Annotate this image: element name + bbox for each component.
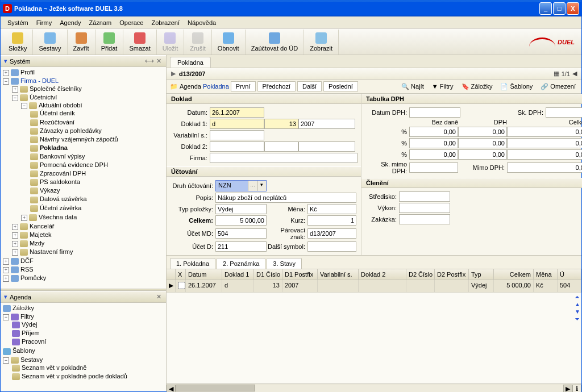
minimize-button[interactable]: _: [539, 2, 552, 15]
druh-combo[interactable]: NZN…▾: [215, 180, 267, 191]
vs-input[interactable]: [210, 130, 264, 140]
menu-napoveda[interactable]: Nápověda: [184, 18, 219, 27]
col-x[interactable]: X: [176, 269, 186, 280]
grid-row[interactable]: ▶ 26.1.2007 d 13 2007 Výdej 5 000,00 Kč …: [167, 280, 581, 293]
row-check[interactable]: [178, 282, 185, 289]
tb-zauctovat[interactable]: Zaúčtovat do ÚD: [246, 30, 305, 55]
col-marker[interactable]: [167, 269, 176, 280]
firma-input[interactable]: [210, 153, 357, 163]
dph2-input[interactable]: [458, 138, 507, 148]
col-celkem[interactable]: Celkem: [494, 269, 534, 280]
agenda-tree[interactable]: Záložky −Filtry Výdej Příjem Pracovní Ša…: [1, 303, 166, 391]
scroll-up-icon[interactable]: ▲: [575, 301, 580, 307]
popis-input[interactable]: [215, 193, 356, 203]
act-zalozky[interactable]: 🔖 Záložky: [459, 82, 495, 91]
col-d1p[interactable]: D1 Postfix: [282, 269, 318, 280]
tree-item[interactable]: Návrhy vzájemných zápočtů: [30, 135, 166, 144]
cel1-input[interactable]: [507, 127, 582, 137]
doklad2b-input[interactable]: [264, 141, 298, 152]
scroll-top-icon[interactable]: ⏶: [575, 294, 580, 300]
doklad1a-input[interactable]: [210, 119, 264, 129]
system-tree[interactable]: +Profil −Firma - DUEL +Společné číselník…: [1, 67, 166, 289]
tree-item[interactable]: Pracovní: [12, 337, 166, 346]
chevron-left-icon[interactable]: ◀: [572, 70, 577, 77]
mena-input[interactable]: [307, 204, 356, 214]
tree-item[interactable]: Seznam vět v pokladně: [12, 364, 166, 372]
scroll-bottom-icon[interactable]: ⏷: [575, 316, 580, 322]
col-d2c[interactable]: D2 Číslo: [406, 269, 435, 280]
menu-agendy[interactable]: Agendy: [56, 18, 84, 27]
col-d1c[interactable]: D1 Číslo: [254, 269, 282, 280]
nav-prev[interactable]: Předchozí: [257, 81, 296, 91]
agenda-value[interactable]: Pokladna: [203, 83, 229, 90]
tree-item[interactable]: PS saldokonta: [30, 178, 166, 186]
scroll-right-icon[interactable]: ▶: [563, 385, 572, 393]
col-mena[interactable]: Měna: [534, 269, 558, 280]
stredisko-input[interactable]: [399, 191, 450, 202]
menu-zaznam[interactable]: Záznam: [86, 18, 115, 27]
col-d1[interactable]: Doklad 1: [222, 269, 254, 280]
doklad1b-input[interactable]: [264, 119, 298, 129]
pin-icon[interactable]: ⟷: [144, 57, 155, 65]
tree-item[interactable]: Účetní závěrka: [30, 204, 166, 212]
tb-sestavy[interactable]: Sestavy: [33, 30, 67, 55]
mimo-input[interactable]: [507, 162, 582, 173]
tree-item[interactable]: Příjem: [12, 329, 166, 337]
cel3-input[interactable]: [507, 149, 582, 160]
ud-input[interactable]: [215, 241, 267, 252]
bez3-input[interactable]: [409, 149, 458, 160]
tb-zrusit[interactable]: Zrušit: [184, 30, 212, 55]
tab-pokladna[interactable]: Pokladna: [170, 57, 211, 68]
tree-item[interactable]: Bankovní výpisy: [30, 152, 166, 161]
nav-last[interactable]: Poslední: [323, 81, 358, 91]
tb-zobrazit[interactable]: Zobrazit: [304, 30, 339, 55]
chevron-right-icon[interactable]: ▶: [171, 70, 176, 77]
pz-input[interactable]: [307, 228, 356, 239]
tb-obnovit[interactable]: Obnovit: [212, 30, 246, 55]
subtab-3[interactable]: 3. Stavy: [267, 258, 302, 269]
act-filtry[interactable]: ▼ Filtry: [430, 82, 456, 91]
skdph-input[interactable]: [546, 107, 582, 118]
panel-close-icon[interactable]: ✕: [155, 57, 163, 65]
tree-item[interactable]: Výkazy: [30, 186, 166, 195]
kurz-input[interactable]: [307, 215, 356, 226]
col-datum[interactable]: Datum: [186, 269, 222, 280]
panel-close-icon[interactable]: ✕: [155, 293, 163, 301]
menu-system[interactable]: Systém: [4, 18, 32, 27]
act-find[interactable]: 🔍 Najít: [399, 82, 426, 91]
col-u[interactable]: Ú: [558, 269, 581, 280]
tree-item[interactable]: −Sestavy Seznam vět v pokladně Seznam vě…: [3, 356, 166, 381]
doklad1c-input[interactable]: [298, 119, 355, 129]
tree-item[interactable]: Seznam vět v pokladně podle dokladů: [12, 372, 166, 381]
tree-item[interactable]: Pomocná evidence DPH: [30, 161, 166, 169]
typ-input[interactable]: [215, 204, 267, 214]
scroll-down-icon[interactable]: ▼: [575, 308, 580, 315]
menu-operace[interactable]: Operace: [116, 18, 147, 27]
act-sablony[interactable]: 📄 Šablony: [498, 82, 535, 91]
vykon-input[interactable]: [399, 203, 450, 213]
close-button[interactable]: X: [567, 2, 579, 15]
tree-item-selected[interactable]: Pokladna: [30, 144, 166, 152]
info-icon[interactable]: ℹ: [572, 385, 581, 393]
doklad2c-input[interactable]: [298, 141, 355, 152]
hscroll[interactable]: ◀ ▶ ℹ: [167, 383, 581, 392]
umd-input[interactable]: [215, 228, 267, 239]
tree-item[interactable]: Výdej: [12, 320, 166, 329]
datum-input[interactable]: [210, 107, 264, 118]
zakazka-input[interactable]: [399, 214, 450, 224]
grid-icon[interactable]: ▦: [554, 70, 559, 77]
act-omezeni[interactable]: 🔗 Omezení: [538, 82, 578, 91]
tree-item[interactable]: −Filtry Výdej Příjem Pracovní: [3, 312, 166, 347]
menu-firmy[interactable]: Firmy: [33, 18, 56, 27]
grid-body[interactable]: ⏶ ▲ ▼ ⏷: [167, 293, 581, 383]
ds-input[interactable]: [307, 241, 356, 252]
tree-item[interactable]: Závazky a pohledávky: [30, 127, 166, 135]
nav-first[interactable]: První: [231, 81, 256, 91]
tb-smazat[interactable]: Smazat: [123, 30, 156, 55]
tb-slozky[interactable]: Složky: [3, 30, 33, 55]
subtab-1[interactable]: 1. Pokladna: [170, 258, 215, 269]
tb-zavrit[interactable]: Zavřít: [68, 30, 95, 55]
tree-item[interactable]: Šablony: [3, 347, 166, 355]
tree-item[interactable]: Rozúčtování: [30, 118, 166, 127]
celkem-input[interactable]: [215, 215, 267, 226]
